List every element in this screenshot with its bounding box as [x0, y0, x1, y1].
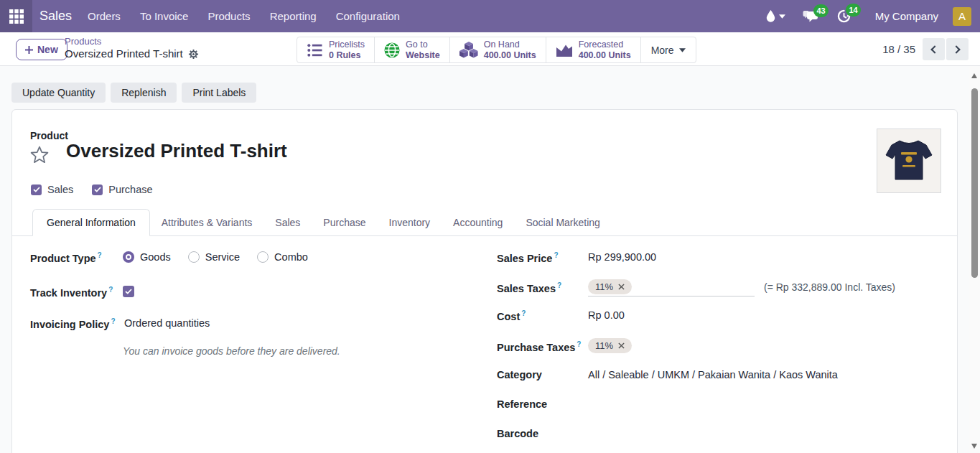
chevron-right-icon: [952, 45, 960, 53]
tab-purchase[interactable]: Purchase: [312, 210, 377, 235]
stat-value: Website: [406, 50, 440, 61]
website-globe-icon: [384, 42, 400, 58]
stat-value: 400.00 Units: [484, 50, 536, 61]
favorite-star-icon[interactable]: [29, 145, 50, 165]
tab-attributes-variants[interactable]: Attributes & Variants: [150, 210, 264, 235]
plus-icon: [25, 46, 33, 54]
pager: 18 / 35: [882, 38, 969, 60]
messages-button[interactable]: 43: [803, 10, 818, 23]
record-action-buttons: Update Quantity Replenish Print Labels: [11, 83, 256, 103]
menu-products[interactable]: Products: [207, 10, 250, 22]
scrollbar-thumb[interactable]: [971, 88, 978, 278]
field-barcode: Barcode: [497, 428, 588, 439]
field-track-inventory: Track Inventory?: [30, 286, 134, 299]
stat-value: 400.00 Units: [579, 50, 631, 61]
tab-accounting[interactable]: Accounting: [442, 210, 514, 235]
update-quantity-button[interactable]: Update Quantity: [11, 83, 106, 103]
on-hand-cubes-icon: [459, 42, 478, 58]
field-reference: Reference: [497, 398, 588, 410]
new-button[interactable]: New: [16, 39, 67, 60]
stat-button-forecasted[interactable]: Forecasted 400.00 Units: [546, 37, 641, 62]
help-icon[interactable]: ?: [98, 251, 102, 259]
invoicing-policy-select[interactable]: Ordered quantities: [124, 317, 210, 329]
breadcrumb-parent[interactable]: Products: [65, 36, 199, 47]
theme-droplet-menu[interactable]: [766, 10, 785, 22]
purchase-tax-tag[interactable]: 11%: [588, 338, 632, 353]
sales-checkbox[interactable]: Sales: [31, 184, 73, 195]
print-labels-button[interactable]: Print Labels: [182, 83, 256, 103]
category-select[interactable]: All / Saleable / UMKM / Pakaian Wanita /…: [588, 369, 838, 380]
field-purchase-taxes: Purchase Taxes? 11%: [497, 338, 632, 353]
radio-service[interactable]: Service: [188, 251, 240, 263]
scroll-up-arrow-icon[interactable]: [971, 73, 977, 78]
pager-next-button[interactable]: [946, 38, 969, 60]
product-name-input[interactable]: Oversized Printed T-shirt: [66, 140, 287, 162]
scroll-down-arrow-icon[interactable]: [971, 444, 977, 449]
tab-inventory[interactable]: Inventory: [378, 210, 442, 235]
forecast-area-chart-icon: [556, 42, 573, 57]
form-sheet: Product Oversized Printed T-shirt Sales …: [11, 109, 958, 453]
sales-taxes-input-underline[interactable]: [588, 296, 755, 296]
field-category: Category All / Saleable / UMKM / Pakaian…: [497, 369, 838, 380]
remove-tag-icon[interactable]: [618, 284, 625, 290]
help-icon[interactable]: ?: [108, 286, 113, 294]
current-app-name[interactable]: Sales: [39, 9, 72, 24]
menu-to-invoice[interactable]: To Invoice: [140, 10, 189, 22]
pager-counter: 18 / 35: [882, 43, 915, 55]
tab-social-marketing[interactable]: Social Marketing: [514, 210, 612, 235]
user-avatar[interactable]: A: [953, 7, 971, 26]
tab-sales[interactable]: Sales: [263, 210, 312, 235]
help-icon[interactable]: ?: [557, 281, 561, 289]
activities-count-badge: 14: [846, 4, 860, 17]
record-kind-label: Product: [30, 130, 68, 141]
stat-label: On Hand: [484, 39, 536, 50]
tab-general-information[interactable]: General Information: [32, 209, 150, 236]
menu-reporting[interactable]: Reporting: [270, 10, 317, 22]
top-navbar: Sales Orders To Invoice Products Reporti…: [0, 0, 980, 32]
stat-button-pricelists[interactable]: Pricelists 0 Rules: [297, 37, 375, 62]
stat-label: Pricelists: [329, 39, 365, 50]
stat-button-on-hand[interactable]: On Hand 400.00 Units: [450, 37, 546, 62]
cost-input[interactable]: Rp 0.00: [588, 309, 625, 321]
help-icon[interactable]: ?: [111, 317, 115, 325]
sales-price-input[interactable]: Rp 299,900.00: [588, 251, 656, 263]
record-actions-gear-icon[interactable]: [188, 49, 199, 60]
field-sales-price: Sales Price? Rp 299,900.00: [497, 251, 656, 264]
purchase-checkbox[interactable]: Purchase: [92, 184, 152, 195]
track-inventory-checkbox[interactable]: [123, 286, 134, 297]
help-icon[interactable]: ?: [577, 340, 581, 348]
vertical-scrollbar[interactable]: [969, 66, 980, 453]
stat-label: Forecasted: [579, 39, 631, 50]
stat-button-go-to-website[interactable]: Go to Website: [375, 37, 450, 62]
apps-menu-button[interactable]: [0, 0, 32, 32]
checkbox-checked-icon: [31, 185, 42, 195]
menu-orders[interactable]: Orders: [88, 10, 121, 22]
activities-button[interactable]: 14: [837, 9, 851, 23]
replenish-button[interactable]: Replenish: [111, 83, 177, 103]
apps-grid-icon: [9, 9, 24, 24]
stat-button-group: Pricelists 0 Rules Go to Website: [297, 37, 696, 63]
radio-unselected-icon: [257, 251, 269, 263]
stat-label: Go to: [406, 39, 440, 50]
chevron-left-icon: [930, 45, 938, 53]
radio-unselected-icon: [188, 251, 200, 263]
breadcrumb: Products Oversized Printed T-shirt: [65, 36, 199, 61]
pager-previous-button[interactable]: [923, 38, 945, 60]
help-icon[interactable]: ?: [521, 309, 526, 317]
radio-goods[interactable]: Goods: [123, 251, 171, 263]
product-type-radio-group: Goods Service Combo: [123, 251, 308, 263]
menu-configuration[interactable]: Configuration: [336, 10, 400, 22]
notebook-tabs: General Information Attributes & Variant…: [12, 207, 957, 236]
radio-combo[interactable]: Combo: [257, 251, 308, 263]
help-icon[interactable]: ?: [554, 251, 558, 259]
company-switcher[interactable]: My Company: [875, 10, 938, 22]
sales-tax-tag[interactable]: 11%: [588, 279, 632, 294]
tshirt-photo: [877, 129, 941, 192]
field-product-type: Product Type? Goods Service Combo: [30, 251, 308, 264]
more-stat-buttons-dropdown[interactable]: More: [641, 37, 696, 62]
product-image[interactable]: [877, 129, 941, 193]
control-panel: New Products Oversized Printed T-shirt: [0, 32, 980, 66]
sale-purchase-toggles: Sales Purchase: [31, 184, 153, 195]
app-menubar: Orders To Invoice Products Reporting Con…: [88, 10, 400, 22]
remove-tag-icon[interactable]: [618, 342, 625, 349]
